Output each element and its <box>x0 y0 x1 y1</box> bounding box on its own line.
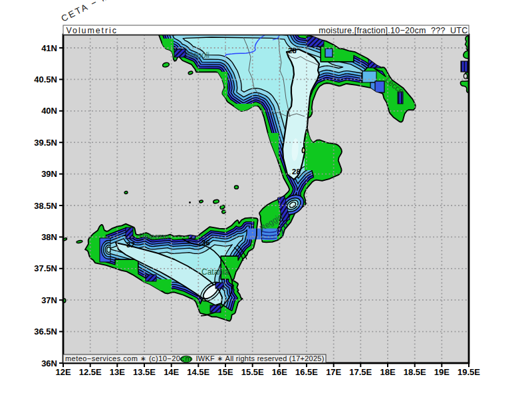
svg-text:13E: 13E <box>110 367 125 377</box>
svg-text:moisture.[fraction].10−20cm ?: moisture.[fraction].10−20cm ??? UTC <box>319 26 467 35</box>
svg-text:12E: 12E <box>55 367 70 377</box>
svg-text:18E: 18E <box>380 367 395 377</box>
svg-text:17E: 17E <box>326 367 341 377</box>
svg-text:39.5N: 39.5N <box>34 138 57 148</box>
svg-text:13.5E: 13.5E <box>133 367 156 377</box>
svg-text:41N: 41N <box>41 43 57 53</box>
svg-text:Palermo: Palermo <box>139 232 169 241</box>
svg-text:Napoli: Napoli <box>187 51 209 60</box>
svg-text:16E: 16E <box>272 367 287 377</box>
svg-text:19.5E: 19.5E <box>458 367 480 377</box>
svg-text:37N: 37N <box>41 295 57 305</box>
svg-text:40.5N: 40.5N <box>34 74 57 84</box>
svg-text:14E: 14E <box>164 367 179 377</box>
svg-text:28: 28 <box>288 47 297 55</box>
svg-text:36: 36 <box>201 239 210 247</box>
svg-text:36.5N: 36.5N <box>34 327 57 336</box>
svg-text:12.5E: 12.5E <box>79 367 102 377</box>
svg-text:32: 32 <box>126 241 135 249</box>
svg-text:15.5E: 15.5E <box>241 367 264 377</box>
svg-text:37.5N: 37.5N <box>34 263 57 273</box>
svg-text:16.5E: 16.5E <box>295 367 318 377</box>
svg-text:Catania: Catania <box>201 267 229 277</box>
svg-text:meteo−services.com ∗ (c)10−20: meteo−services.com ∗ (c)10−20 <box>65 354 180 362</box>
svg-text:28: 28 <box>292 168 301 176</box>
svg-text:39N: 39N <box>41 169 57 179</box>
svg-text:40N: 40N <box>41 106 57 116</box>
svg-text:IWKF ∗ All rights reserved (17: IWKF ∗ All rights reserved (17+2025) <box>196 354 325 362</box>
svg-text:18.5E: 18.5E <box>404 367 426 377</box>
svg-text:17.5E: 17.5E <box>349 367 372 377</box>
svg-text:cm: cm <box>181 354 192 362</box>
svg-text:36N: 36N <box>41 358 57 368</box>
svg-text:Volumetric: Volumetric <box>66 26 118 35</box>
svg-text:14.5E: 14.5E <box>187 367 209 377</box>
svg-text:38N: 38N <box>41 232 57 242</box>
svg-text:38.5N: 38.5N <box>34 201 57 211</box>
svg-text:15E: 15E <box>217 367 233 377</box>
svg-text:19E: 19E <box>434 367 450 377</box>
